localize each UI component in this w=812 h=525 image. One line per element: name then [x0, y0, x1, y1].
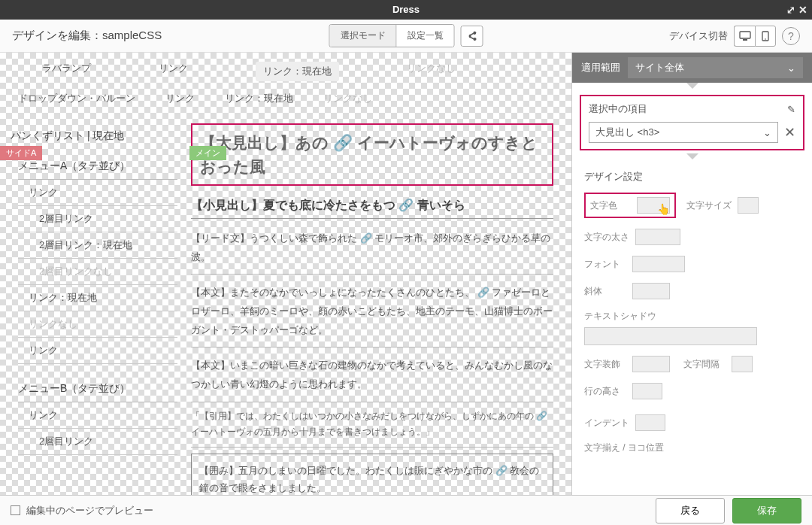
svg-point-3	[765, 38, 766, 40]
tag-link2[interactable]: リンク	[165, 92, 195, 105]
italic-input[interactable]	[632, 283, 670, 299]
tag-dropdown[interactable]: ドロップダウン・バルーン	[18, 92, 135, 105]
device-desktop-button[interactable]	[734, 26, 755, 47]
tag-link-none2: リンクなし	[323, 92, 372, 105]
preview-label[interactable]: 編集中のページでプレビュー	[26, 504, 153, 517]
edit-title: デザインを編集：sampleCSS	[12, 29, 162, 43]
scope-bar: 適用範囲 サイト全体 ⌄	[572, 53, 812, 83]
close-icon[interactable]: ✕	[798, 0, 807, 20]
menu-item: 2層目リンクなし	[18, 259, 177, 285]
selected-label: 選択中の項目	[589, 102, 647, 116]
boxed-para[interactable]: 【囲み】五月のしまいの日曜でした。わたくしは賑にぎやかな市の 🔗 教会の鐘の音で…	[191, 454, 553, 495]
device-label: デバイス切替	[669, 29, 728, 43]
menu-item[interactable]: リンク	[18, 402, 177, 429]
tag-link-none: リンクなし	[407, 62, 456, 81]
tag-link-current[interactable]: リンク：現在地	[256, 62, 339, 81]
menu-b-header[interactable]: メニューB（タテ並び）	[18, 376, 177, 402]
tag-link[interactable]: リンク	[159, 62, 188, 81]
titlebar: Dress ⤢ ✕	[0, 0, 812, 20]
design-panel: 適用範囲 サイト全体 ⌄ 選択中の項目 ✎ 大見出し <h3> ⌄ ✕ デザイン…	[571, 53, 812, 495]
tag-link-current2[interactable]: リンク：現在地	[225, 92, 293, 105]
svg-rect-1	[743, 39, 747, 41]
mode-segment: 選択モード 設定一覧	[329, 24, 455, 47]
menu-item: リンクなし	[18, 311, 177, 338]
lead-para[interactable]: 【リード文】うつくしい森で飾られた 🔗 モリーオ市、郊外のぎらぎらひかる草の波。	[191, 226, 553, 275]
selected-item-box: 選択中の項目 ✎ 大見出し <h3> ⌄ ✕	[580, 95, 804, 150]
preview-checkbox[interactable]	[11, 505, 20, 515]
menu-item[interactable]: 2層目リンク	[18, 206, 177, 232]
deco-input[interactable]	[632, 356, 670, 372]
menu-item[interactable]: リンク：現在地	[18, 285, 177, 311]
back-button[interactable]: 戻る	[656, 498, 725, 523]
canvas[interactable]: ラバランプ リンク リンク：現在地 リンクなし ドロップダウン・バルーン リンク…	[0, 53, 571, 495]
spacing-input[interactable]	[732, 356, 753, 372]
device-mobile-button[interactable]	[755, 26, 776, 47]
save-button[interactable]: 保存	[732, 498, 801, 523]
h4-heading[interactable]: 【小見出し】夏でも底に冷たさをもつ 🔗 青いそら	[191, 193, 553, 219]
weight-input[interactable]	[635, 229, 680, 245]
badge-side: サイドA	[0, 146, 42, 160]
link-icon: 🔗	[333, 134, 353, 151]
lineh-input[interactable]	[632, 383, 662, 399]
shadow-input[interactable]	[584, 327, 757, 345]
expand-icon[interactable]: ⤢	[786, 0, 795, 20]
size-input[interactable]	[738, 197, 759, 214]
body-para-1[interactable]: 【本文】またそのなかでいっしょになったたくさんのひとたち、 🔗 ファゼーロとロザ…	[191, 281, 553, 347]
menu-item[interactable]: 2層目リンク	[18, 429, 177, 455]
main-column: 【大見出し】あの 🔗 イーハトーヴォのすきとおった風 【小見出し】夏でも底に冷た…	[186, 123, 571, 495]
design-section-title: デザイン設定	[584, 170, 800, 184]
side-column: パンくずリスト | 現在地 メニューA（タテ並び） リンク2層目リンク2層目リン…	[0, 123, 186, 495]
quote-para[interactable]: 「【引用】では、わたくしはいつかの小さなみだしをつけながら、しずかにあの年の 🔗…	[191, 408, 553, 448]
h3-selection[interactable]: 【大見出し】あの 🔗 イーハトーヴォのすきとおった風	[191, 123, 553, 186]
cursor-icon: 👆	[657, 203, 670, 215]
badge-main: メイン	[189, 146, 226, 160]
footer-bar: 編集中のページでプレビュー 戻る 保存	[0, 495, 812, 525]
body-para-2[interactable]: 【本文】いまこの暗い巨きな石の建物のなかで考えていると、みんなむかし風のなつかし…	[191, 354, 553, 402]
menu-item[interactable]: 2層目リンク：現在地	[18, 232, 177, 259]
menu-item[interactable]: リンク	[18, 180, 177, 206]
scope-select[interactable]: サイト全体 ⌄	[628, 57, 803, 78]
selected-element-select[interactable]: 大見出し <h3> ⌄	[589, 122, 778, 143]
chevron-down-icon: ⌄	[787, 62, 795, 74]
help-button[interactable]: ?	[782, 27, 800, 45]
indent-input[interactable]	[635, 414, 665, 431]
menu-item[interactable]: リンク	[18, 338, 177, 364]
tag-lava[interactable]: ラバランプ	[42, 62, 91, 81]
chevron-down-icon: ⌄	[763, 127, 771, 138]
edit-icon[interactable]: ✎	[787, 104, 795, 115]
breadcrumb[interactable]: パンくずリスト | 現在地	[11, 129, 177, 143]
app-title: Dress	[392, 4, 420, 15]
share-button[interactable]	[461, 26, 483, 47]
prop-color-highlight[interactable]: 文字色 👆	[584, 193, 676, 218]
font-input[interactable]	[632, 256, 685, 272]
mode-select-button[interactable]: 選択モード	[330, 25, 397, 47]
mode-list-button[interactable]: 設定一覧	[397, 25, 454, 47]
clear-selection-button[interactable]: ✕	[784, 124, 795, 141]
scope-label: 適用範囲	[581, 61, 620, 74]
toolbar: デザインを編集：sampleCSS 選択モード 設定一覧 デバイス切替 ?	[0, 20, 812, 53]
svg-rect-0	[740, 32, 750, 38]
